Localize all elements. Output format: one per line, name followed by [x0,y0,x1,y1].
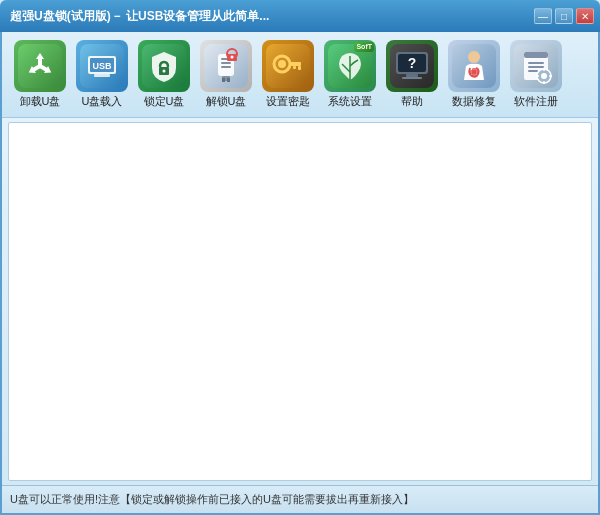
svg-rect-46 [543,81,545,84]
toolbar-item-load[interactable]: USB U盘载入 [72,38,132,111]
toolbar-label-load: U盘载入 [82,94,123,109]
svg-rect-30 [406,74,418,77]
svg-rect-15 [221,62,231,64]
svg-rect-39 [524,52,548,58]
toolbar-label-sysset: 系统设置 [328,94,372,109]
svg-rect-45 [543,68,545,71]
svg-rect-16 [221,66,231,68]
soft-badge: SofT [354,42,374,52]
toolbar-label-unload: 卸载U盘 [20,94,61,109]
doctor-icon [448,40,500,92]
toolbar-label-repair: 数据修复 [452,94,496,109]
window-controls: — □ ✕ [534,8,594,24]
usb-load-icon: USB [76,40,128,92]
minimize-button[interactable]: — [534,8,552,24]
status-text: U盘可以正常使用!注意【锁定或解锁操作前已接入的U盘可能需要拔出再重新接入】 [10,492,414,507]
svg-point-44 [541,73,547,79]
svg-rect-36 [470,70,478,74]
svg-point-19 [231,56,234,59]
svg-text:USB: USB [92,61,112,71]
usb-unlock-icon [200,40,252,92]
toolbar: 卸载U盘 USB [2,32,598,118]
title-text: 超强U盘锁(试用版)－ 让USB设备管理从此简单... [6,8,269,25]
svg-rect-31 [402,77,422,79]
key-icon [262,40,314,92]
svg-rect-41 [528,66,544,68]
register-icon [510,40,562,92]
toolbar-item-unlock[interactable]: 解锁U盘 [196,38,256,111]
statusbar: U盘可以正常使用!注意【锁定或解锁操作前已接入的U盘可能需要拔出再重新接入】 [2,485,598,513]
toolbar-item-lock[interactable]: 锁定U盘 [134,38,194,111]
toolbar-label-unlock: 解锁U盘 [206,94,247,109]
titlebar: 超强U盘锁(试用版)－ 让USB设备管理从此简单... — □ ✕ [0,0,600,32]
svg-rect-48 [549,75,552,77]
svg-rect-42 [528,70,538,72]
maximize-button[interactable]: □ [555,8,573,24]
toolbar-item-sysset[interactable]: SofT 系统设置 [320,38,380,111]
close-button[interactable]: ✕ [576,8,594,24]
main-window: 卸载U盘 USB [0,32,600,515]
help-icon: ? [386,40,438,92]
settings-icon: SofT [324,40,376,92]
toolbar-item-unload[interactable]: 卸载U盘 [10,38,70,111]
svg-rect-4 [94,74,110,77]
svg-point-8 [163,70,166,73]
svg-rect-24 [298,66,301,70]
toolbar-label-setpwd: 设置密匙 [266,94,310,109]
svg-text:?: ? [408,55,417,71]
svg-rect-23 [289,62,301,66]
toolbar-label-lock: 锁定U盘 [144,94,185,109]
usb-lock-icon [138,40,190,92]
svg-rect-20 [266,44,310,88]
toolbar-item-setpwd[interactable]: 设置密匙 [258,38,318,111]
toolbar-item-repair[interactable]: 数据修复 [444,38,504,111]
toolbar-item-help[interactable]: ? 帮助 [382,38,442,111]
svg-rect-47 [536,75,539,77]
usb-unload-icon [14,40,66,92]
svg-point-22 [278,60,286,68]
svg-rect-13 [227,78,230,82]
toolbar-item-register[interactable]: 软件注册 [506,38,566,111]
svg-rect-12 [222,78,225,82]
toolbar-label-help: 帮助 [401,94,423,109]
svg-rect-25 [293,66,296,69]
toolbar-label-register: 软件注册 [514,94,558,109]
content-area [8,122,592,481]
svg-rect-40 [528,62,544,64]
svg-point-34 [468,51,480,63]
